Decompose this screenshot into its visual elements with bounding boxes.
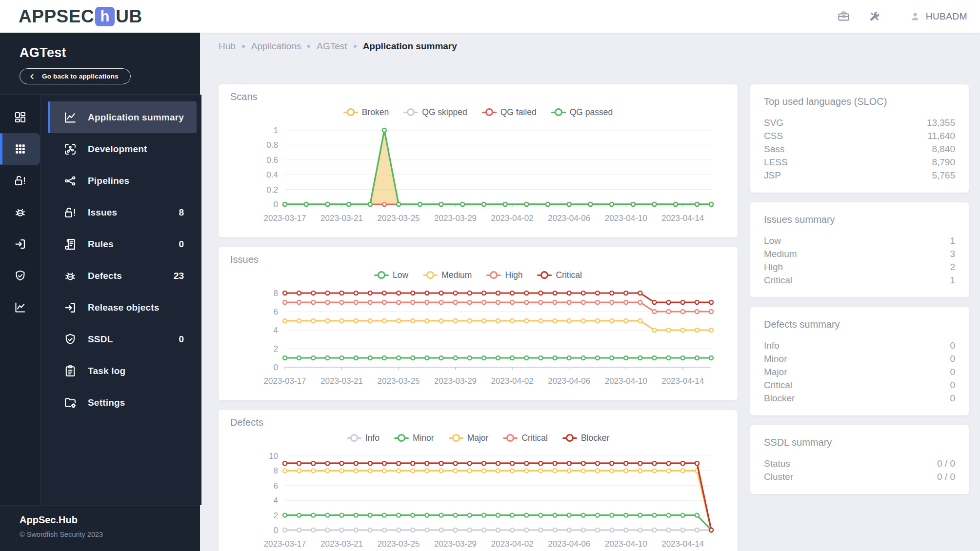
shield-check-icon	[63, 333, 77, 346]
legend-item-high[interactable]: High	[486, 270, 522, 280]
summary-row-cluster: Cluster0 / 0	[764, 470, 955, 483]
summary-row-critical: Critical0	[764, 378, 955, 392]
summary-row-value: 3	[950, 247, 955, 260]
legend-label: Broken	[362, 107, 389, 118]
summary-row-value: 5,765	[932, 169, 955, 182]
legend-item-qg-skipped[interactable]: QG skipped	[403, 107, 467, 118]
legend-ring-icon	[485, 108, 493, 116]
rail-item-shield-check[interactable]	[0, 260, 40, 292]
rail-item-chart-axis[interactable]	[0, 292, 40, 323]
breadcrumb-link-hub[interactable]: Hub	[219, 41, 236, 52]
summary-row-value: 0 / 0	[937, 470, 955, 483]
breadcrumb-link-applications[interactable]: Applications	[251, 41, 301, 52]
summary-row-label: JSP	[764, 169, 781, 182]
card-ssdl-summary: SSDL summaryStatus0 / 0Cluster0 / 0	[750, 425, 969, 494]
legend-item-critical[interactable]: Critical	[503, 433, 547, 443]
tools-icon[interactable]	[868, 10, 881, 23]
sidebar-item-ssdl[interactable]: SSDL0	[48, 323, 197, 355]
go-back-button[interactable]: Go back to applications	[20, 68, 131, 84]
rail-item-grid[interactable]	[0, 133, 40, 165]
svg-text:2023-03-25: 2023-03-25	[378, 539, 420, 549]
summary-row-major: Major0	[764, 365, 955, 378]
summary-row-label: Cluster	[764, 470, 793, 483]
rail-item-dashboard[interactable]	[0, 101, 40, 133]
legend-item-major[interactable]: Major	[449, 433, 489, 443]
bug-icon	[14, 206, 27, 219]
sidebar-item-rules[interactable]: Rules0	[48, 228, 197, 260]
svg-text:0.4: 0.4	[266, 170, 278, 179]
sidebar-item-issues[interactable]: Issues8	[48, 197, 197, 228]
legend-item-info[interactable]: Info	[347, 433, 380, 443]
svg-text:2023-03-21: 2023-03-21	[320, 214, 363, 223]
legend-item-blocker[interactable]: Blocker	[562, 433, 609, 443]
summary-row-minor: Minor0	[764, 352, 955, 365]
rail-item-exit-box[interactable]	[0, 228, 40, 260]
legend-label: QG skipped	[422, 107, 467, 118]
svg-text:2023-04-14: 2023-04-14	[661, 539, 704, 549]
scans-chart-card: ScansBrokenQG skippedQG failedQG passed0…	[219, 84, 738, 237]
svg-text:0: 0	[274, 363, 278, 372]
shield-check-icon	[14, 269, 27, 282]
chart-axis-icon	[14, 301, 27, 314]
legend-ring-icon	[540, 271, 548, 279]
sidebar-item-pipelines[interactable]: Pipelines	[48, 165, 197, 197]
user-menu[interactable]: HUBADM	[909, 11, 967, 22]
svg-text:0.6: 0.6	[266, 156, 278, 165]
rail-item-lock-alert[interactable]	[0, 165, 40, 197]
toolbox-icon[interactable]	[837, 10, 850, 23]
summary-row-label: LESS	[764, 156, 788, 169]
legend-item-minor[interactable]: Minor	[394, 433, 434, 443]
svg-text:4: 4	[274, 326, 278, 335]
svg-text:2023-04-14: 2023-04-14	[661, 214, 704, 223]
sidebar-item-settings[interactable]: Settings	[48, 387, 197, 418]
breadcrumb-current: Application summary	[363, 41, 457, 52]
breadcrumb-link-agtest[interactable]: AGTest	[317, 41, 347, 52]
summary-row-medium: Medium3	[764, 247, 955, 260]
legend-marker-icon	[503, 437, 518, 439]
sidebar-columns: Application summaryDevelopmentPipelinesI…	[0, 95, 200, 505]
summary-row-blocker: Blocker0	[764, 392, 955, 405]
icon-rail	[0, 95, 40, 505]
summary-row-value: 0	[950, 392, 955, 405]
svg-text:2023-03-25: 2023-03-25	[378, 376, 420, 386]
content-body: ScansBrokenQG skippedQG failedQG passed0…	[200, 60, 980, 551]
clipboard-icon	[63, 364, 77, 378]
sidebar-item-badge: 0	[179, 239, 184, 250]
sidebar-item-label: Development	[88, 144, 147, 155]
svg-text:2023-03-21: 2023-03-21	[320, 376, 363, 386]
svg-text:8: 8	[274, 466, 278, 475]
legend-ring-icon	[378, 271, 385, 279]
dashboard-icon	[14, 111, 27, 124]
legend-item-qg-passed[interactable]: QG passed	[551, 107, 613, 118]
sidebar-item-label: Pipelines	[88, 176, 129, 186]
legend-ring-icon	[407, 108, 415, 116]
sidebar-item-defects[interactable]: Defects23	[48, 260, 197, 292]
summary-row-label: Critical	[764, 274, 792, 287]
summary-card-title: SSDL summary	[764, 437, 955, 448]
sidebar-item-label: Application summary	[88, 112, 184, 123]
user-label: HUBADM	[926, 11, 967, 22]
summary-row-label: Minor	[764, 352, 787, 365]
summary-row-css: CSS11,640	[764, 129, 955, 142]
legend-item-low[interactable]: Low	[374, 270, 408, 280]
summary-row-value: 8,840	[932, 142, 955, 156]
sidebar-item-release-objects[interactable]: Release objects	[48, 292, 197, 323]
legend-ring-icon	[398, 434, 405, 442]
breadcrumb-separator	[354, 45, 357, 48]
breadcrumb: HubApplicationsAGTestApplication summary	[200, 33, 980, 60]
sidebar-item-application-summary[interactable]: Application summary	[48, 101, 197, 133]
legend-item-broken[interactable]: Broken	[343, 107, 389, 118]
legend-item-qg-failed[interactable]: QG failed	[482, 107, 537, 118]
rail-item-bug[interactable]	[0, 197, 40, 228]
legend-marker-icon	[482, 112, 497, 113]
scroll-icon	[63, 237, 77, 251]
svg-text:2023-03-29: 2023-03-29	[434, 376, 477, 386]
footer-copyright: © Swordfish Security 2023	[20, 531, 180, 538]
legend-item-critical[interactable]: Critical	[537, 270, 581, 280]
svg-text:0.8: 0.8	[266, 140, 278, 150]
app-name: AGTest	[20, 45, 180, 60]
sidebar-item-development[interactable]: Development	[48, 133, 197, 165]
sidebar-item-task-log[interactable]: Task log	[48, 355, 197, 387]
svg-text:2023-03-17: 2023-03-17	[264, 539, 306, 549]
legend-item-medium[interactable]: Medium	[423, 270, 472, 280]
